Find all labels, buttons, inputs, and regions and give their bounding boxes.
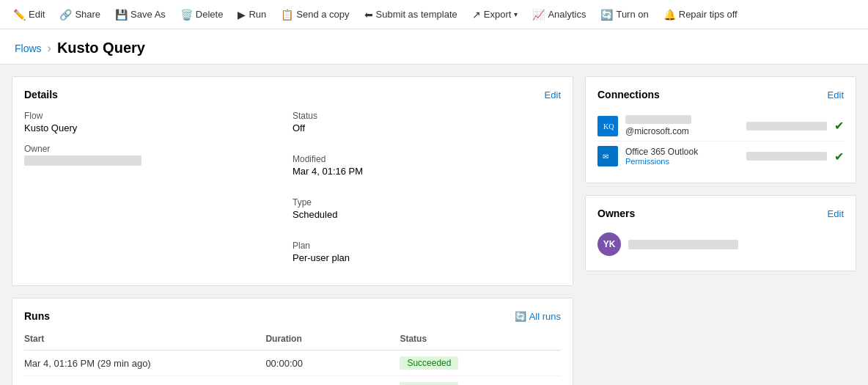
delete-icon: 🗑️ (180, 9, 193, 21)
svg-text:✉: ✉ (603, 153, 608, 161)
runs-table-head: Start Duration Status (24, 331, 561, 351)
delete-button[interactable]: 🗑️ Delete (173, 0, 231, 29)
analytics-icon: 📈 (532, 9, 545, 21)
owners-list: YK (597, 230, 844, 259)
breadcrumb: Flows › Kusto Query (15, 40, 853, 56)
runs-table-header-row: Start Duration Status (24, 331, 561, 351)
connection-name: Office 365 Outlook (625, 147, 739, 157)
modified-value: Mar 4, 01:16 PM (293, 166, 561, 177)
run-start: Mar 4, 01:16 PM (29 min ago) (24, 351, 265, 376)
refresh-icon: 🔄 (515, 311, 526, 322)
run-icon: ▶ (238, 9, 246, 21)
col-duration-header: Duration (265, 331, 400, 351)
submit-template-button[interactable]: ⬅ Submit as template (357, 0, 465, 29)
flow-group: Flow Kusto Query (24, 111, 293, 133)
connections-edit-link[interactable]: Edit (828, 89, 844, 100)
right-column: Connections Edit KQ@microsoft.com✔✉Offic… (585, 76, 856, 385)
run-duration: 00:00:00 (265, 376, 400, 386)
owners-edit-link[interactable]: Edit (828, 208, 844, 219)
connection-item: KQ@microsoft.com✔ (597, 111, 844, 142)
col-start-header: Start (24, 331, 265, 351)
save-as-button[interactable]: 💾 Save As (108, 0, 173, 29)
connection-details: Office 365 OutlookPermissions (625, 147, 739, 166)
plan-group: Plan Per-user plan (293, 241, 561, 263)
details-card: Details Edit Flow Kusto Query Owner (12, 76, 573, 286)
owner-value (24, 155, 141, 166)
owners-header: Owners Edit (597, 208, 844, 219)
breadcrumb-flows-link[interactable]: Flows (15, 43, 42, 54)
run-status: Succeeded (400, 351, 561, 376)
breadcrumb-bar: Flows › Kusto Query (0, 29, 868, 65)
send-copy-button[interactable]: 📋 Send a copy (273, 0, 356, 29)
connection-sub[interactable]: Permissions (625, 157, 739, 166)
connections-title: Connections (597, 89, 660, 100)
page-title: Kusto Query (57, 40, 145, 56)
details-left: Flow Kusto Query Owner (24, 111, 293, 274)
connection-icon: KQ (597, 116, 618, 136)
run-status: Succeeded (400, 376, 561, 386)
breadcrumb-separator: › (48, 42, 51, 55)
status-group: Status Off (293, 111, 561, 133)
connection-status-blurred (746, 122, 827, 131)
run-duration: 00:00:00 (265, 351, 400, 376)
edit-button[interactable]: ✏️ Edit (6, 0, 52, 29)
main-content: Details Edit Flow Kusto Query Owner (0, 65, 868, 385)
runs-title: Runs (24, 310, 50, 322)
submit-template-icon: ⬅ (364, 9, 373, 21)
status-badge: Succeeded (400, 356, 458, 370)
plan-value: Per-user plan (293, 252, 561, 263)
export-icon: ↗ (472, 9, 481, 21)
plan-label: Plan (293, 241, 561, 251)
status-badge: Succeeded (400, 382, 458, 385)
runs-header: Runs 🔄 All runs (24, 310, 561, 322)
run-button[interactable]: ▶ Run (230, 0, 273, 29)
runs-table: Start Duration Status Mar 4, 01:16 PM (2… (24, 331, 561, 385)
details-right: Status Off Modified Mar 4, 01:16 PM Type… (293, 111, 561, 274)
owner-name-blurred (628, 240, 738, 249)
connection-item: ✉Office 365 OutlookPermissions✔ (597, 142, 844, 171)
table-row[interactable]: Mar 4, 01:15 PM (30 min ago)00:00:00Succ… (24, 376, 561, 386)
type-value: Scheduled (293, 209, 561, 220)
share-button[interactable]: 🔗 Share (52, 0, 108, 29)
type-group: Type Scheduled (293, 197, 561, 220)
left-column: Details Edit Flow Kusto Query Owner (12, 76, 573, 385)
owner-group: Owner (24, 144, 293, 168)
connections-header: Connections Edit (597, 89, 844, 100)
details-grid: Flow Kusto Query Owner Status Off Modifi… (24, 111, 561, 274)
flow-label: Flow (24, 111, 293, 121)
owner-label: Owner (24, 144, 293, 154)
flow-value: Kusto Query (24, 122, 293, 133)
run-start: Mar 4, 01:15 PM (30 min ago) (24, 376, 265, 386)
owners-card: Owners Edit YK (585, 195, 856, 271)
analytics-button[interactable]: 📈 Analytics (525, 0, 593, 29)
toolbar: ✏️ Edit 🔗 Share 💾 Save As 🗑️ Delete ▶ Ru… (0, 0, 868, 29)
owner-item: YK (597, 230, 844, 259)
status-label: Status (293, 111, 561, 121)
details-header: Details Edit (24, 89, 561, 100)
svg-text:KQ: KQ (603, 122, 614, 131)
connection-details: @microsoft.com (625, 115, 739, 136)
connection-name: @microsoft.com (625, 115, 739, 136)
export-button[interactable]: ↗ Export ▾ (465, 0, 526, 29)
connection-check-icon: ✔ (834, 150, 844, 164)
all-runs-link[interactable]: 🔄 All runs (515, 311, 561, 322)
turn-on-button[interactable]: 🔄 Turn on (593, 0, 655, 29)
share-icon: 🔗 (59, 9, 72, 21)
table-row[interactable]: Mar 4, 01:16 PM (29 min ago)00:00:00Succ… (24, 351, 561, 376)
runs-table-body: Mar 4, 01:16 PM (29 min ago)00:00:00Succ… (24, 351, 561, 386)
connection-check-icon: ✔ (834, 119, 844, 133)
save-icon: 💾 (115, 9, 128, 21)
connections-list: KQ@microsoft.com✔✉Office 365 OutlookPerm… (597, 111, 844, 171)
runs-card: Runs 🔄 All runs Start Duration Status Ma… (12, 298, 573, 385)
connection-icon: ✉ (597, 146, 618, 166)
owners-title: Owners (597, 208, 635, 219)
modified-group: Modified Mar 4, 01:16 PM (293, 154, 561, 177)
col-status-header: Status (400, 331, 561, 351)
details-title: Details (24, 89, 58, 100)
status-value: Off (293, 122, 561, 133)
repair-tips-icon: 🔔 (663, 9, 676, 21)
modified-label: Modified (293, 154, 561, 164)
repair-tips-button[interactable]: 🔔 Repair tips off (656, 0, 745, 29)
details-edit-link[interactable]: Edit (545, 89, 561, 100)
connections-card: Connections Edit KQ@microsoft.com✔✉Offic… (585, 76, 856, 183)
